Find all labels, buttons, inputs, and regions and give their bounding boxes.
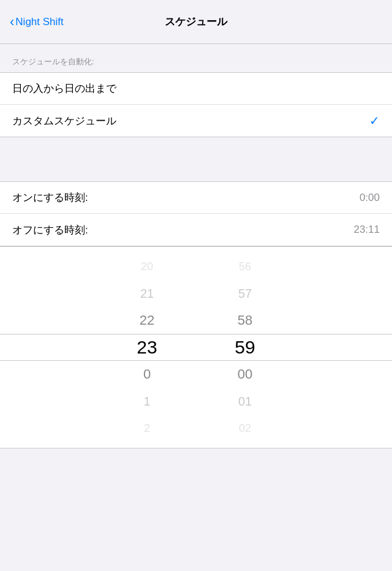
on-time-value: 0:00 (360, 192, 380, 204)
on-time-label: オンにする時刻: (12, 191, 88, 205)
schedule-section-label: スケジュールを自動化: (0, 44, 392, 72)
time-picker[interactable]: 20 21 22 23 0 1 2 56 57 58 59 00 01 02 (0, 246, 392, 448)
picker-minute-58: 58 (214, 307, 276, 334)
picker-minute-56: 56 (214, 253, 276, 280)
picker-minute-59: 59 (214, 334, 276, 361)
hours-column[interactable]: 20 21 22 23 0 1 2 (116, 253, 178, 442)
back-label: Night Shift (15, 16, 63, 28)
schedule-options-group: 日の入から日の出まで カスタムスケジュール ✓ (0, 72, 392, 137)
picker-hour-2: 2 (116, 415, 178, 442)
picker-hour-23: 23 (116, 334, 178, 361)
sunrise-sunset-row[interactable]: 日の入から日の出まで (0, 73, 392, 105)
picker-hour-21: 21 (116, 280, 178, 307)
time-settings-group: オンにする時刻: 0:00 オフにする時刻: 23:11 (0, 181, 392, 246)
on-time-row[interactable]: オンにする時刻: 0:00 (0, 182, 392, 214)
picker-minute-00: 00 (214, 361, 276, 388)
picker-minute-01: 01 (214, 388, 276, 415)
picker-hour-1: 1 (116, 388, 178, 415)
picker-hour-20: 20 (116, 253, 178, 280)
group-spacer-1 (0, 137, 392, 159)
chevron-left-icon: ‹ (10, 14, 14, 30)
custom-schedule-label: カスタムスケジュール (12, 114, 116, 128)
sunrise-sunset-label: 日の入から日の出まで (12, 81, 116, 96)
picker-minute-02: 02 (214, 415, 276, 442)
picker-hour-0: 0 (116, 361, 178, 388)
navigation-bar: ‹ Night Shift スケジュール (0, 0, 392, 44)
off-time-value: 23:11 (353, 224, 380, 236)
picker-minute-57: 57 (214, 280, 276, 307)
checkmark-icon: ✓ (369, 113, 380, 128)
page-title: スケジュール (165, 15, 227, 29)
picker-hour-22: 22 (116, 307, 178, 334)
back-button[interactable]: ‹ Night Shift (10, 14, 64, 30)
picker-columns: 20 21 22 23 0 1 2 56 57 58 59 00 01 02 (0, 253, 392, 442)
minutes-column[interactable]: 56 57 58 59 00 01 02 (214, 253, 276, 442)
custom-schedule-row[interactable]: カスタムスケジュール ✓ (0, 105, 392, 137)
off-time-row[interactable]: オフにする時刻: 23:11 (0, 214, 392, 246)
off-time-label: オフにする時刻: (12, 223, 88, 237)
